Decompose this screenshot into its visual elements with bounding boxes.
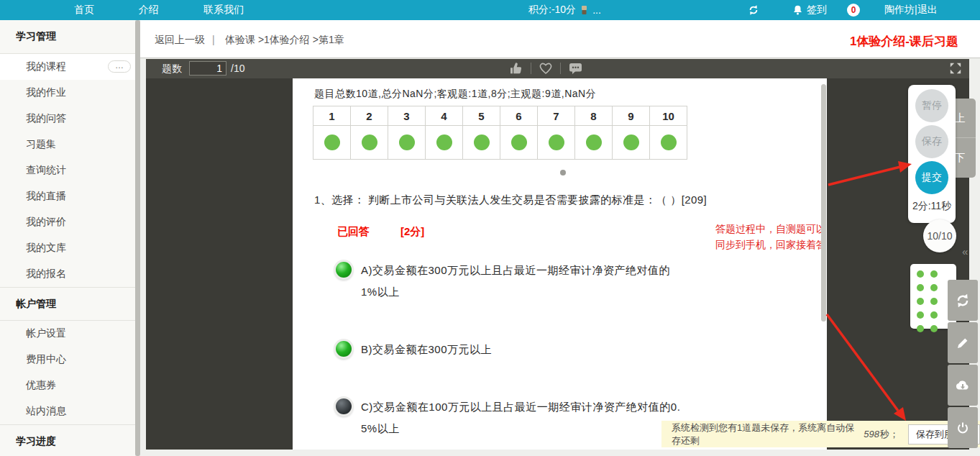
sidebar-section-study: 学习管理 [0, 20, 135, 54]
question-text: 1、选择： 判断上市公司与关联法人发生交易是否需要披露的标准是：（ ）[209] [314, 193, 707, 207]
sidebar-item-my-reviews[interactable]: 我的评价 [0, 209, 135, 235]
player-reaction-icons [509, 61, 583, 76]
sidebar-item-query-stats[interactable]: 查询统计 [0, 158, 135, 183]
sidebar-scrollbar-thumb[interactable] [135, 20, 140, 456]
comment-icon[interactable] [568, 61, 583, 76]
nav-home[interactable]: 首页 [74, 4, 94, 17]
nav-contact[interactable]: 联系我们 [203, 4, 244, 17]
medal-icon [580, 5, 588, 15]
toolbar-separator [531, 63, 531, 74]
question-answered-dot[interactable] [575, 126, 613, 160]
answered-status: 已回答 [337, 225, 370, 239]
pause-button[interactable]: 暂停 [915, 89, 948, 122]
question-nav-number[interactable]: 8 [575, 106, 613, 126]
mini-progress-dot[interactable] [930, 325, 938, 332]
sign-in-label: 签到 [807, 4, 827, 17]
question-answered-dot[interactable] [426, 126, 463, 160]
pencil-icon [956, 336, 970, 350]
sidebar-item-my-live[interactable]: 我的直播 [0, 183, 135, 209]
mini-progress-dot[interactable] [917, 270, 924, 278]
autosave-seconds: 598 [863, 429, 880, 439]
quiz-player: 题数 1 /10 [146, 59, 969, 450]
question-answered-dot[interactable] [613, 126, 650, 160]
sidebar-item-coupons[interactable]: 优惠券 [0, 373, 135, 398]
collapse-chevrons-icon[interactable]: « [962, 245, 968, 257]
question-nav-number[interactable]: 6 [500, 106, 538, 126]
points-label: 积分:-10分 [528, 4, 576, 17]
radio-selected-icon[interactable] [336, 341, 352, 357]
question-answered-dot[interactable] [650, 126, 687, 160]
autosave-text: 系统检测到您有1道题未保存，系统离自动保存还剩 [672, 421, 863, 447]
save-button[interactable]: 保存 [915, 125, 948, 158]
points-more[interactable]: ... [592, 4, 601, 16]
pagination-dot[interactable] [560, 170, 566, 175]
sidebar-item-site-messages[interactable]: 站内消息 [0, 398, 135, 424]
mini-progress-dot[interactable] [917, 298, 924, 305]
mini-progress-dot[interactable] [917, 325, 924, 332]
timer-display: 2分:11秒 [908, 200, 956, 213]
mini-progress-dot[interactable] [930, 270, 938, 278]
right-toolbar [948, 280, 978, 448]
question-nav-number[interactable]: 4 [426, 106, 463, 126]
submit-button[interactable]: 提交 [915, 161, 948, 194]
sidebar-item-my-homework[interactable]: 我的作业 [0, 80, 135, 106]
download-button[interactable] [948, 365, 978, 406]
option-b-label: B)交易金额在300万元以上 [361, 339, 702, 360]
edit-button[interactable] [948, 322, 978, 363]
question-nav-number[interactable]: 10 [650, 106, 687, 126]
user-logout-link[interactable]: 陶作坊|退出 [884, 0, 938, 20]
thumbs-up-icon[interactable] [509, 61, 523, 76]
sidebar-item-my-registration[interactable]: 我的报名 [0, 261, 135, 287]
power-icon [956, 421, 970, 435]
question-answered-dot[interactable] [351, 126, 388, 160]
question-nav-number[interactable]: 2 [351, 106, 388, 126]
mini-progress-dot[interactable] [930, 311, 938, 319]
option-a-label: A)交易金额在300万元以上且占最近一期经审计净资产绝对值的 1%以上 [361, 260, 702, 303]
more-ellipsis-icon[interactable]: … [108, 60, 131, 73]
nav-intro[interactable]: 介绍 [139, 4, 159, 17]
back-link[interactable]: 返回上一级 [155, 34, 205, 47]
sidebar-item-billing-center[interactable]: 费用中心 [0, 347, 135, 373]
mini-progress-dot[interactable] [917, 311, 924, 319]
sidebar-scrollbar[interactable] [135, 20, 140, 456]
question-answered-dot[interactable] [463, 126, 500, 160]
fullscreen-icon[interactable] [949, 62, 962, 75]
question-nav-number[interactable]: 1 [313, 106, 351, 126]
option-c[interactable]: C)交易金额在100万元以上且占最近一期经审计净资产绝对值的0. 5%以上 [336, 396, 702, 439]
question-answered-dot[interactable] [313, 126, 351, 160]
question-answered-dot[interactable] [500, 126, 538, 160]
app-root: 首页 介绍 联系我们 积分:-10分 ... 签到 0 陶作坊|退出 [0, 0, 980, 456]
content-scrollbar-thumb[interactable] [821, 84, 826, 322]
sidebar: 学习管理 我的课程 … 我的作业 我的问答 习题集 查询统计 我的直播 我的评价… [0, 20, 135, 456]
question-answered-dot[interactable] [388, 126, 426, 160]
sidebar-item-my-courses[interactable]: 我的课程 … [0, 54, 135, 80]
sidebar-item-my-library[interactable]: 我的文库 [0, 235, 135, 261]
option-b[interactable]: B)交易金额在300万元以上 [336, 339, 702, 360]
breadcrumb-bar: 返回上一级 | 体验课 >1体验介绍 >第1章 1体验介绍-课后习题 [140, 20, 980, 58]
refresh-icon[interactable] [748, 4, 759, 16]
option-a[interactable]: A)交易金额在300万元以上且占最近一期经审计净资产绝对值的 1%以上 [336, 260, 702, 303]
option-c-label: C)交易金额在100万元以上且占最近一期经审计净资产绝对值的0. 5%以上 [361, 396, 702, 439]
question-nav-number[interactable]: 9 [613, 106, 650, 126]
mini-progress-dot[interactable] [930, 284, 938, 291]
question-nav-number[interactable]: 7 [538, 106, 575, 126]
radio-selected-icon[interactable] [336, 262, 352, 278]
sync-button[interactable] [948, 280, 978, 321]
mini-progress-dot[interactable] [930, 298, 938, 305]
heart-icon[interactable] [539, 61, 553, 76]
notification-badge[interactable]: 0 [847, 4, 860, 17]
sidebar-section-progress: 学习进度 [0, 424, 135, 456]
question-nav-number[interactable]: 5 [463, 106, 500, 126]
sign-in[interactable]: 签到 [792, 0, 827, 20]
question-nav-number[interactable]: 3 [388, 106, 426, 126]
sidebar-item-account-settings[interactable]: 帐户设置 [0, 321, 135, 347]
sidebar-item-exercise-set[interactable]: 习题集 [0, 132, 135, 158]
power-button[interactable] [948, 407, 978, 448]
autosave-notification: 系统检测到您有1道题未保存，系统离自动保存还剩 598 秒； 保存到服务器 [661, 421, 980, 447]
mini-progress-dot[interactable] [917, 284, 924, 291]
sidebar-item-my-qa[interactable]: 我的问答 [0, 106, 135, 132]
sidebar-section-account: 帐户管理 [0, 287, 135, 321]
question-answered-dot[interactable] [538, 126, 575, 160]
question-number-input[interactable]: 1 [189, 61, 226, 76]
radio-unselected-icon[interactable] [336, 398, 352, 414]
